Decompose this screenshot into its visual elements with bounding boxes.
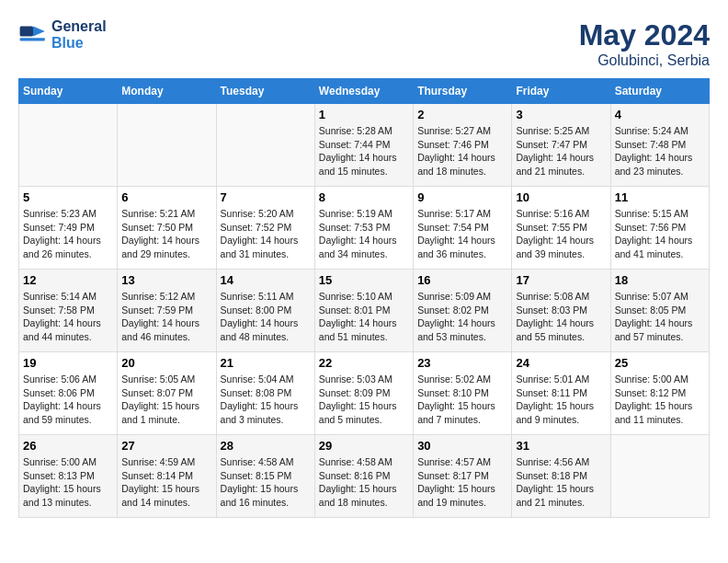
day-number: 30: [417, 439, 507, 453]
day-number: 2: [417, 108, 507, 121]
day-info: Sunrise: 5:10 AMSunset: 8:01 PMDaylight:…: [319, 290, 409, 344]
day-cell: 23Sunrise: 5:02 AMSunset: 8:10 PMDayligh…: [414, 352, 512, 435]
day-number: 20: [121, 356, 211, 370]
day-cell: 18Sunrise: 5:07 AMSunset: 8:05 PMDayligh…: [610, 270, 709, 352]
day-number: 19: [23, 356, 113, 370]
day-number: 8: [319, 190, 409, 204]
day-info: Sunrise: 5:20 AMSunset: 7:52 PMDaylight:…: [221, 207, 311, 261]
day-info: Sunrise: 4:58 AMSunset: 8:16 PMDaylight:…: [319, 455, 409, 510]
header-cell-tuesday: Tuesday: [216, 79, 314, 104]
day-cell: 29Sunrise: 4:58 AMSunset: 8:16 PMDayligh…: [314, 435, 413, 518]
day-number: 23: [417, 356, 507, 370]
main-title: May 2024: [579, 18, 710, 52]
day-number: 27: [121, 439, 211, 453]
day-info: Sunrise: 5:02 AMSunset: 8:10 PMDaylight:…: [417, 373, 507, 427]
day-number: 26: [23, 439, 113, 453]
day-cell: 14Sunrise: 5:11 AMSunset: 8:00 PMDayligh…: [216, 270, 314, 352]
header-cell-thursday: Thursday: [414, 79, 512, 104]
day-number: 25: [615, 356, 705, 370]
calendar-table: SundayMondayTuesdayWednesdayThursdayFrid…: [18, 78, 710, 518]
calendar-header: SundayMondayTuesdayWednesdayThursdayFrid…: [19, 79, 710, 104]
day-info: Sunrise: 5:17 AMSunset: 7:54 PMDaylight:…: [417, 207, 507, 261]
day-number: 18: [615, 273, 705, 287]
day-info: Sunrise: 5:14 AMSunset: 7:58 PMDaylight:…: [23, 290, 113, 344]
day-number: 28: [221, 439, 311, 453]
day-number: 13: [121, 273, 211, 287]
day-info: Sunrise: 5:04 AMSunset: 8:08 PMDaylight:…: [221, 373, 311, 427]
day-cell: 8Sunrise: 5:19 AMSunset: 7:53 PMDaylight…: [314, 187, 413, 270]
day-cell: 17Sunrise: 5:08 AMSunset: 8:03 PMDayligh…: [512, 270, 610, 352]
week-row-1: 5Sunrise: 5:23 AMSunset: 7:49 PMDaylight…: [19, 187, 710, 270]
page-header: General Blue May 2024 Golubinci, Serbia: [18, 18, 710, 69]
day-info: Sunrise: 5:11 AMSunset: 8:00 PMDaylight:…: [221, 290, 311, 344]
day-cell: 3Sunrise: 5:25 AMSunset: 7:47 PMDaylight…: [512, 104, 610, 187]
day-cell: 21Sunrise: 5:04 AMSunset: 8:08 PMDayligh…: [216, 352, 314, 435]
day-info: Sunrise: 5:23 AMSunset: 7:49 PMDaylight:…: [23, 207, 113, 261]
day-info: Sunrise: 5:15 AMSunset: 7:56 PMDaylight:…: [615, 207, 705, 261]
header-row: SundayMondayTuesdayWednesdayThursdayFrid…: [19, 79, 710, 104]
day-info: Sunrise: 5:00 AMSunset: 8:12 PMDaylight:…: [615, 373, 705, 427]
day-number: 6: [121, 190, 211, 204]
day-info: Sunrise: 5:28 AMSunset: 7:44 PMDaylight:…: [319, 124, 409, 178]
day-cell: 11Sunrise: 5:15 AMSunset: 7:56 PMDayligh…: [610, 187, 709, 270]
svg-rect-2: [20, 38, 45, 40]
day-cell: 1Sunrise: 5:28 AMSunset: 7:44 PMDaylight…: [314, 104, 413, 187]
day-info: Sunrise: 5:09 AMSunset: 8:02 PMDaylight:…: [417, 290, 507, 344]
day-cell: 2Sunrise: 5:27 AMSunset: 7:46 PMDaylight…: [414, 104, 512, 187]
day-number: 12: [23, 273, 113, 287]
day-number: 15: [319, 273, 409, 287]
svg-rect-0: [20, 26, 33, 36]
day-number: 21: [221, 356, 311, 370]
day-cell: 24Sunrise: 5:01 AMSunset: 8:11 PMDayligh…: [512, 352, 610, 435]
day-number: 4: [615, 108, 705, 121]
day-cell: 22Sunrise: 5:03 AMSunset: 8:09 PMDayligh…: [314, 352, 413, 435]
subtitle: Golubinci, Serbia: [579, 52, 710, 69]
day-number: 31: [516, 439, 606, 453]
day-cell: 9Sunrise: 5:17 AMSunset: 7:54 PMDaylight…: [414, 187, 512, 270]
day-cell: 10Sunrise: 5:16 AMSunset: 7:55 PMDayligh…: [512, 187, 610, 270]
day-number: 29: [319, 439, 409, 453]
day-number: 16: [417, 273, 507, 287]
day-info: Sunrise: 4:59 AMSunset: 8:14 PMDaylight:…: [121, 455, 211, 510]
day-number: 24: [516, 356, 606, 370]
day-cell: 27Sunrise: 4:59 AMSunset: 8:14 PMDayligh…: [118, 435, 216, 518]
day-cell: 13Sunrise: 5:12 AMSunset: 7:59 PMDayligh…: [118, 270, 216, 352]
day-cell: 26Sunrise: 5:00 AMSunset: 8:13 PMDayligh…: [19, 435, 118, 518]
day-cell: [19, 104, 118, 187]
day-cell: 5Sunrise: 5:23 AMSunset: 7:49 PMDaylight…: [19, 187, 118, 270]
day-info: Sunrise: 5:19 AMSunset: 7:53 PMDaylight:…: [319, 207, 409, 261]
day-info: Sunrise: 5:12 AMSunset: 7:59 PMDaylight:…: [121, 290, 211, 344]
day-number: 22: [319, 356, 409, 370]
day-info: Sunrise: 5:05 AMSunset: 8:07 PMDaylight:…: [121, 373, 211, 427]
week-row-3: 19Sunrise: 5:06 AMSunset: 8:06 PMDayligh…: [19, 352, 710, 435]
day-info: Sunrise: 5:21 AMSunset: 7:50 PMDaylight:…: [121, 207, 211, 261]
week-row-2: 12Sunrise: 5:14 AMSunset: 7:58 PMDayligh…: [19, 270, 710, 352]
day-cell: 16Sunrise: 5:09 AMSunset: 8:02 PMDayligh…: [414, 270, 512, 352]
day-info: Sunrise: 5:07 AMSunset: 8:05 PMDaylight:…: [615, 290, 705, 344]
day-number: 3: [516, 108, 606, 121]
day-cell: 28Sunrise: 4:58 AMSunset: 8:15 PMDayligh…: [216, 435, 314, 518]
day-cell: 12Sunrise: 5:14 AMSunset: 7:58 PMDayligh…: [19, 270, 118, 352]
logo: General Blue: [18, 18, 107, 52]
day-cell: 25Sunrise: 5:00 AMSunset: 8:12 PMDayligh…: [610, 352, 709, 435]
header-cell-monday: Monday: [118, 79, 216, 104]
day-cell: 31Sunrise: 4:56 AMSunset: 8:18 PMDayligh…: [512, 435, 610, 518]
week-row-4: 26Sunrise: 5:00 AMSunset: 8:13 PMDayligh…: [19, 435, 710, 518]
day-cell: 19Sunrise: 5:06 AMSunset: 8:06 PMDayligh…: [19, 352, 118, 435]
day-cell: [216, 104, 314, 187]
day-number: 7: [221, 190, 311, 204]
day-info: Sunrise: 5:03 AMSunset: 8:09 PMDaylight:…: [319, 373, 409, 427]
day-info: Sunrise: 5:16 AMSunset: 7:55 PMDaylight:…: [516, 207, 606, 261]
day-info: Sunrise: 5:08 AMSunset: 8:03 PMDaylight:…: [516, 290, 606, 344]
header-cell-wednesday: Wednesday: [314, 79, 413, 104]
day-number: 1: [319, 108, 409, 121]
day-cell: 6Sunrise: 5:21 AMSunset: 7:50 PMDaylight…: [118, 187, 216, 270]
day-info: Sunrise: 4:57 AMSunset: 8:17 PMDaylight:…: [417, 455, 507, 510]
day-number: 14: [221, 273, 311, 287]
header-cell-friday: Friday: [512, 79, 610, 104]
day-number: 11: [615, 190, 705, 204]
day-info: Sunrise: 5:27 AMSunset: 7:46 PMDaylight:…: [417, 124, 507, 178]
day-cell: 30Sunrise: 4:57 AMSunset: 8:17 PMDayligh…: [414, 435, 512, 518]
svg-marker-1: [33, 26, 45, 36]
calendar-body: 1Sunrise: 5:28 AMSunset: 7:44 PMDaylight…: [19, 104, 710, 518]
